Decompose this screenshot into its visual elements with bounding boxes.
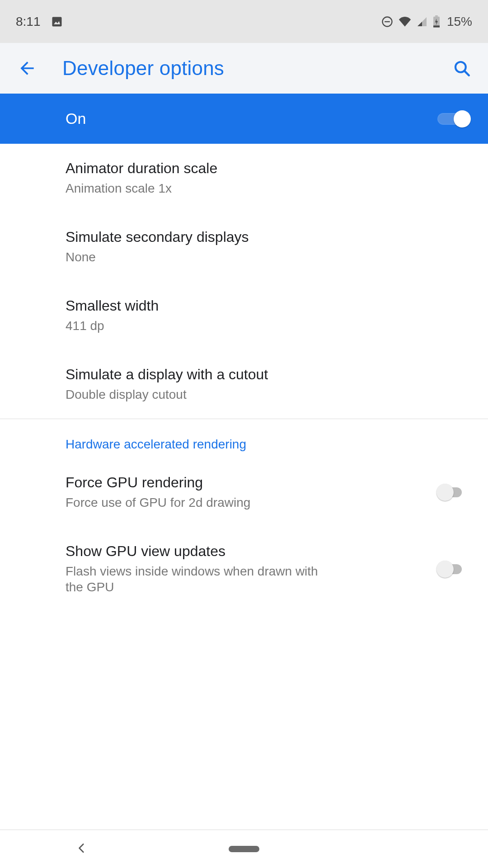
status-right: 15% xyxy=(381,14,472,29)
settings-list: Animator duration scale Animation scale … xyxy=(0,144,488,599)
svg-line-11 xyxy=(465,71,469,75)
setting-subtitle: None xyxy=(66,249,249,265)
svg-rect-8 xyxy=(433,25,440,27)
app-bar: Developer options xyxy=(0,43,488,94)
do-not-disturb-icon xyxy=(381,15,394,28)
setting-subtitle: Double display cutout xyxy=(66,387,268,402)
status-left: 8:11 xyxy=(16,14,63,29)
page-title: Developer options xyxy=(62,57,449,80)
setting-title: Animator duration scale xyxy=(66,160,217,177)
setting-show-gpu-view-updates[interactable]: Show GPU view updates Flash views inside… xyxy=(0,527,488,599)
battery-icon xyxy=(432,15,441,28)
setting-force-gpu-rendering[interactable]: Force GPU rendering Force use of GPU for… xyxy=(0,458,488,527)
setting-subtitle: Animation scale 1x xyxy=(66,180,217,196)
svg-marker-5 xyxy=(418,22,422,26)
screenshot-notification-icon xyxy=(51,15,63,28)
setting-title: Smallest width xyxy=(66,297,159,314)
setting-simulate-display-cutout[interactable]: Simulate a display with a cutout Double … xyxy=(0,350,488,419)
section-header-hw-accel: Hardware accelerated rendering xyxy=(0,419,488,458)
status-bar: 8:11 15% xyxy=(0,0,488,43)
svg-rect-7 xyxy=(435,15,438,17)
nav-home-pill[interactable] xyxy=(229,846,259,852)
setting-title: Simulate a display with a cutout xyxy=(66,366,268,383)
search-button[interactable] xyxy=(449,56,474,81)
navigation-bar xyxy=(0,830,488,868)
master-toggle-bar[interactable]: On xyxy=(0,94,488,144)
setting-title: Show GPU view updates xyxy=(66,543,319,560)
wifi-icon xyxy=(398,16,412,27)
toggle-show-gpu-view-updates[interactable] xyxy=(438,560,469,578)
setting-title: Force GPU rendering xyxy=(66,474,250,491)
setting-subtitle: Force use of GPU for 2d drawing xyxy=(66,495,250,510)
battery-percent: 15% xyxy=(447,14,472,29)
setting-animator-duration-scale[interactable]: Animator duration scale Animation scale … xyxy=(0,144,488,212)
setting-subtitle: 411 dp xyxy=(66,318,159,334)
setting-simulate-secondary-displays[interactable]: Simulate secondary displays None xyxy=(0,212,488,281)
setting-subtitle: Flash views inside windows when drawn wi… xyxy=(66,563,319,595)
master-toggle-label: On xyxy=(66,110,86,127)
toggle-force-gpu[interactable] xyxy=(438,483,469,501)
status-time: 8:11 xyxy=(16,14,41,29)
back-button[interactable] xyxy=(14,55,41,82)
screen-root: 8:11 15% Developer options xyxy=(0,0,488,868)
nav-back-button[interactable] xyxy=(76,842,88,856)
svg-rect-0 xyxy=(52,17,61,26)
cell-signal-icon xyxy=(416,16,428,27)
setting-title: Simulate secondary displays xyxy=(66,229,249,245)
setting-smallest-width[interactable]: Smallest width 411 dp xyxy=(0,281,488,350)
master-toggle-switch[interactable] xyxy=(438,110,469,128)
